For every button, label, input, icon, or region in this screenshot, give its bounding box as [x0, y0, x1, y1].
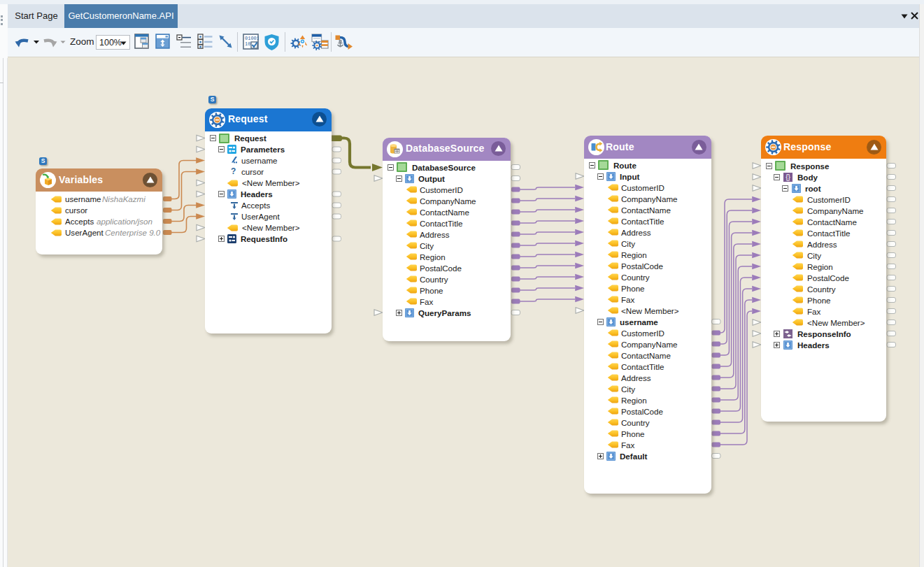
svg-text:10: 10 [245, 41, 250, 47]
svg-text:01001: 01001 [245, 36, 259, 41]
svg-text:{}: {} [786, 173, 790, 181]
